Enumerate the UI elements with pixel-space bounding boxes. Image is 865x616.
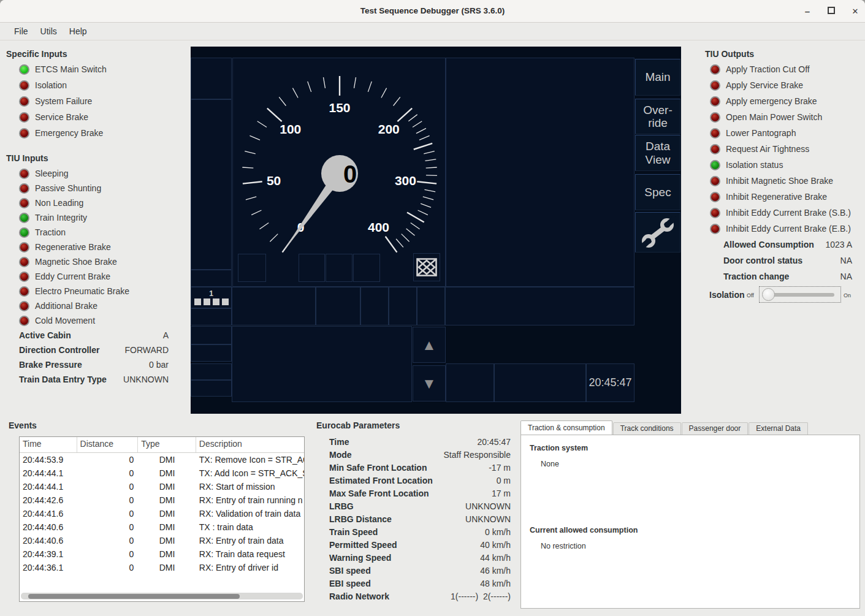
dmi-cell [360,287,389,325]
isolation-slider-knob[interactable] [762,288,775,301]
event-row[interactable]: 20:44:42.60DMIRX: Entry of train running… [20,493,304,507]
dmi-button-spec[interactable]: Spec [635,174,680,210]
led-label: ETCS Main Switch [35,64,107,74]
menu-utils[interactable]: Utils [34,23,63,40]
status-led[interactable] [19,257,29,267]
led-item-inhibit-regenerative-brake: Inhibit Regenerative Brake [710,189,861,205]
isolation-slider[interactable] [759,286,841,303]
led-item-system-failure: System Failure [19,93,184,109]
param-brake-pressure: Brake Pressure0 bar [19,357,169,372]
event-cell: 20:44:39.1 [20,547,77,561]
svg-text:100: 100 [280,122,301,136]
status-led[interactable] [19,301,29,311]
events-col-time[interactable]: Time [20,437,77,452]
dmi-level-marks [194,298,229,305]
param-label: Allowed Consumption [723,240,814,249]
event-row[interactable]: 20:44:40.60DMIRX: Entry of train data [20,534,304,547]
maximize-icon[interactable] [826,7,836,16]
param-label: Min Safe Front Location [329,463,427,473]
tab-external-data[interactable]: External Data [749,422,808,435]
status-led[interactable] [19,227,29,238]
isolation-slider-track[interactable] [769,293,834,297]
status-led[interactable] [19,242,29,253]
led-label: Apply Traction Cut Off [726,64,810,74]
param-value: 0 bar [149,360,169,370]
close-icon[interactable]: ✕ [850,7,860,16]
param-train-data-entry-type: Train Data Entry TypeUNKNOWN [19,372,169,387]
tab-track-conditions[interactable]: Track conditions [613,422,681,435]
param-radio-network: Radio Network1(------) 2(------) [329,590,511,603]
event-cell: DMI [138,480,196,493]
menu-help[interactable]: Help [63,23,93,40]
svg-text:400: 400 [368,220,389,234]
settings-button[interactable] [635,212,680,253]
led-item-electro-pneumatic-brake: Electro Pneumatic Brake [19,284,184,298]
events-col-type[interactable]: Type [138,437,196,452]
status-led[interactable] [19,96,29,107]
led-item-service-brake: Service Brake [19,109,184,125]
events-scrollbar-thumb[interactable] [28,594,240,599]
status-led[interactable] [19,316,29,326]
led-label: Inhibit Eddy Current Brake (S.B.) [726,208,851,218]
svg-text:50: 50 [267,173,281,188]
event-cell: 20:44:40.6 [20,534,77,547]
event-row[interactable]: 20:44:44.10DMITX: Add Icon = STR_ACK_S [20,466,304,480]
param-ebi-speed: EBI speed48 km/h [329,577,511,590]
dmi-button-data-view[interactable]: Data View [635,135,680,171]
up-arrow-icon: ▲ [422,337,436,354]
param-value: 48 km/h [480,579,511,588]
param-value: 17 m [492,489,511,498]
status-led[interactable] [19,64,29,75]
window-title: Test Sequence Debugger (SRS 3.6.0) [0,0,865,22]
status-led[interactable] [19,169,29,179]
event-row[interactable]: 20:44:36.10DMIRX: Entry of driver id [20,561,304,574]
events-horizontal-scrollbar[interactable] [21,593,303,599]
led-label: Apply emergency Brake [726,96,817,106]
status-led [710,192,720,202]
tab-traction-consumption[interactable]: Traction & consumption [520,420,612,435]
event-row[interactable]: 20:44:39.10DMIRX: Train data request [20,547,304,561]
dmi-distance-area [191,99,232,270]
param-label: Direction Controller [19,345,99,355]
events-col-description[interactable]: Description [196,437,304,452]
dmi-cell [446,363,494,402]
dmi-planning-area [446,58,634,287]
dmi-symbol-box [326,254,352,282]
param-label: Active Cabin [19,330,71,340]
status-led [710,176,720,186]
menu-file[interactable]: File [8,23,34,40]
status-led[interactable] [19,112,29,123]
events-col-distance[interactable]: Distance [77,437,139,452]
status-led [710,144,720,154]
param-value: 0 m [497,476,511,485]
status-led[interactable] [19,183,29,194]
status-led[interactable] [19,286,29,297]
tab-passenger-door[interactable]: Passenger door [682,422,749,435]
event-row[interactable]: 20:44:40.60DMITX : train data [20,520,304,534]
param-value: NA [840,272,852,281]
event-row[interactable]: 20:44:44.10DMIRX: Start of mission [20,480,304,493]
status-led[interactable] [19,213,29,223]
event-cell: DMI [138,520,196,534]
dmi-button-main[interactable]: Main [635,59,680,96]
status-led[interactable] [19,128,29,139]
param-value: 1(------) 2(------) [451,591,511,601]
svg-text:300: 300 [395,173,416,188]
status-led[interactable] [19,198,29,208]
dmi-button-over-ride[interactable]: Over- ride [635,99,680,134]
scroll-up-button[interactable]: ▲ [413,327,446,363]
led-item-non-leading: Non Leading [19,196,184,210]
event-row[interactable]: 20:44:53.90DMITX: Remove Icon = STR_ACK [20,453,304,466]
led-label: Additional Brake [35,301,97,311]
led-item-regenerative-brake: Regenerative Brake [19,240,184,254]
param-warning-speed: Warning Speed44 km/h [329,551,511,564]
event-row[interactable]: 20:44:41.60DMIRX: Validation of train da… [20,507,304,520]
status-led[interactable] [19,80,29,91]
minimize-icon[interactable]: – [802,6,812,17]
led-item-lower-pantograph: Lower Pantograph [710,125,861,141]
event-cell: 0 [77,480,139,493]
scroll-down-button[interactable]: ▼ [413,365,446,401]
section-title-current-allowed-consumption: Current allowed consumption [530,526,638,534]
wrench-icon [640,216,676,248]
status-led[interactable] [19,272,29,282]
